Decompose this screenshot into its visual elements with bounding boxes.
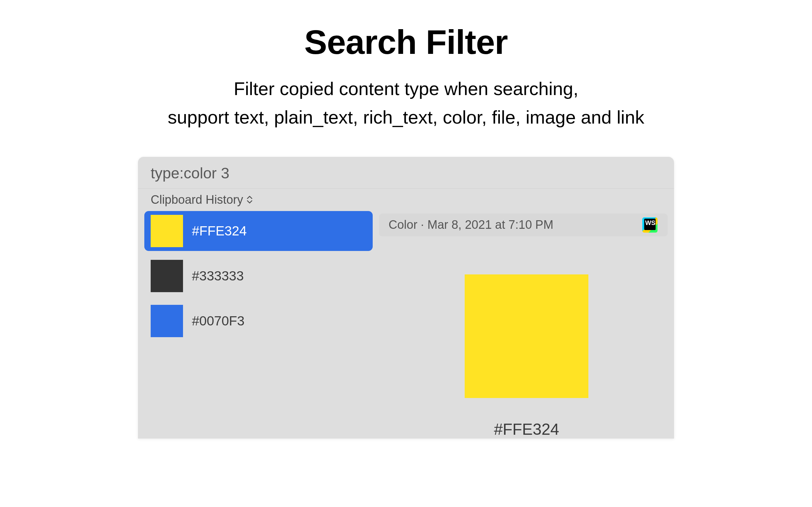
preview-label: #FFE324	[494, 420, 559, 439]
page-subtitle-line2: support text, plain_text, rich_text, col…	[168, 103, 644, 131]
list-item[interactable]: #0070F3	[144, 301, 373, 341]
preview-area: #FFE324	[379, 236, 674, 439]
section-header[interactable]: Clipboard History	[138, 188, 674, 211]
list-item[interactable]: #333333	[144, 256, 373, 296]
page-title: Search Filter	[304, 22, 507, 62]
page-subtitle-line1: Filter copied content type when searchin…	[168, 74, 644, 103]
color-swatch-icon	[151, 215, 183, 247]
list-item[interactable]: #FFE324	[144, 211, 373, 251]
results-list: #FFE324 #333333 #0070F3	[138, 211, 379, 439]
detail-pane: Color · Mar 8, 2021 at 7:10 PM #FFE324	[379, 211, 674, 439]
source-app-icon	[642, 217, 658, 233]
color-swatch-icon	[151, 305, 183, 337]
color-swatch-icon	[151, 260, 183, 292]
page-subtitle: Filter copied content type when searchin…	[168, 74, 644, 131]
list-item-label: #333333	[192, 268, 244, 284]
detail-header: Color · Mar 8, 2021 at 7:10 PM	[379, 214, 668, 236]
sort-chevron-icon[interactable]	[246, 195, 253, 204]
preview-swatch	[465, 274, 589, 398]
list-item-label: #0070F3	[192, 314, 245, 329]
app-window: type:color 3 Clipboard History #FFE324 #…	[138, 157, 674, 439]
list-item-label: #FFE324	[192, 223, 247, 239]
section-label: Clipboard History	[151, 193, 243, 207]
detail-meta: Color · Mar 8, 2021 at 7:10 PM	[389, 218, 554, 232]
search-input[interactable]: type:color 3	[138, 157, 674, 188]
